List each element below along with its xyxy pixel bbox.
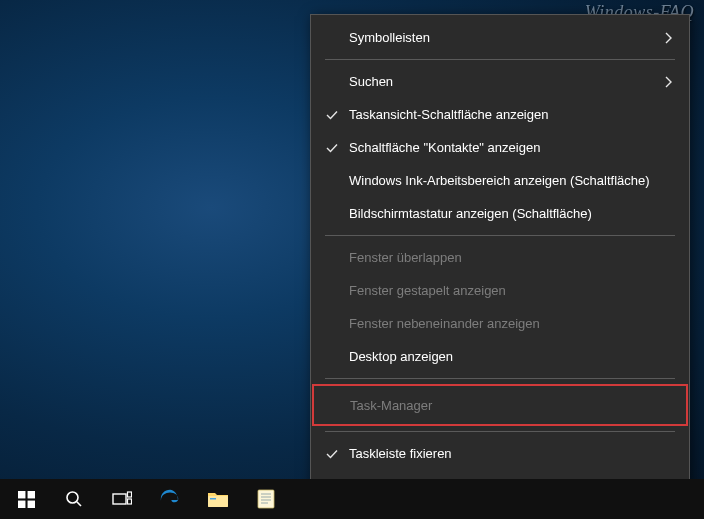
menu-label: Desktop anzeigen <box>349 349 673 364</box>
svg-point-4 <box>67 492 78 503</box>
svg-rect-0 <box>18 491 25 498</box>
menu-item-show-taskview[interactable]: Taskansicht-Schaltfläche anzeigen <box>313 98 687 131</box>
svg-line-5 <box>77 502 81 506</box>
check-icon <box>325 141 349 155</box>
menu-label: Taskansicht-Schaltfläche anzeigen <box>349 107 673 122</box>
menu-item-lock-taskbar[interactable]: Taskleiste fixieren <box>313 437 687 470</box>
menu-label: Symbolleisten <box>349 30 659 45</box>
svg-rect-9 <box>208 496 228 507</box>
explorer-button[interactable] <box>194 479 242 519</box>
menu-label: Suchen <box>349 74 659 89</box>
svg-rect-11 <box>258 490 274 508</box>
menu-label: Taskleiste fixieren <box>349 446 673 461</box>
menu-label: Task-Manager <box>350 398 672 413</box>
menu-item-search[interactable]: Suchen <box>313 65 687 98</box>
menu-label: Bildschirmtastatur anzeigen (Schaltfläch… <box>349 206 673 221</box>
separator <box>325 378 675 379</box>
chevron-right-icon <box>659 76 673 88</box>
svg-rect-6 <box>113 494 126 504</box>
edge-button[interactable] <box>146 479 194 519</box>
menu-item-side-by-side: Fenster nebeneinander anzeigen <box>313 307 687 340</box>
separator <box>325 431 675 432</box>
notepad-icon <box>257 489 275 509</box>
desktop[interactable]: Windows-FAQ Symbolleisten Suchen Taskans… <box>0 0 704 519</box>
svg-rect-7 <box>128 492 132 497</box>
search-icon <box>65 490 83 508</box>
search-button[interactable] <box>50 479 98 519</box>
menu-item-stacked: Fenster gestapelt anzeigen <box>313 274 687 307</box>
separator <box>325 235 675 236</box>
menu-item-show-contacts[interactable]: Schaltfläche "Kontakte" anzeigen <box>313 131 687 164</box>
chevron-right-icon <box>659 32 673 44</box>
taskbar <box>0 479 704 519</box>
svg-rect-8 <box>128 499 132 504</box>
menu-item-toolbars[interactable]: Symbolleisten <box>313 21 687 54</box>
windows-logo-icon <box>18 491 35 508</box>
start-button[interactable] <box>2 479 50 519</box>
menu-label: Windows Ink-Arbeitsbereich anzeigen (Sch… <box>349 173 673 188</box>
highlight-annotation: Task-Manager <box>312 384 688 426</box>
svg-rect-3 <box>27 500 34 507</box>
taskbar-context-menu: Symbolleisten Suchen Taskansicht-Schaltf… <box>310 14 690 514</box>
menu-item-show-keyboard[interactable]: Bildschirmtastatur anzeigen (Schaltfläch… <box>313 197 687 230</box>
folder-icon <box>207 490 229 508</box>
svg-rect-2 <box>18 500 25 507</box>
check-icon <box>325 108 349 122</box>
task-view-button[interactable] <box>98 479 146 519</box>
check-icon <box>325 447 349 461</box>
menu-item-show-desktop[interactable]: Desktop anzeigen <box>313 340 687 373</box>
menu-item-cascade: Fenster überlappen <box>313 241 687 274</box>
menu-label: Fenster gestapelt anzeigen <box>349 283 673 298</box>
task-view-icon <box>112 491 132 507</box>
menu-item-show-ink[interactable]: Windows Ink-Arbeitsbereich anzeigen (Sch… <box>313 164 687 197</box>
svg-rect-1 <box>27 491 34 498</box>
notepad-button[interactable] <box>242 479 290 519</box>
menu-item-task-manager: Task-Manager <box>314 386 686 424</box>
edge-icon <box>159 488 181 510</box>
menu-label: Fenster nebeneinander anzeigen <box>349 316 673 331</box>
menu-label: Fenster überlappen <box>349 250 673 265</box>
separator <box>325 59 675 60</box>
menu-label: Schaltfläche "Kontakte" anzeigen <box>349 140 673 155</box>
svg-rect-10 <box>210 498 216 500</box>
